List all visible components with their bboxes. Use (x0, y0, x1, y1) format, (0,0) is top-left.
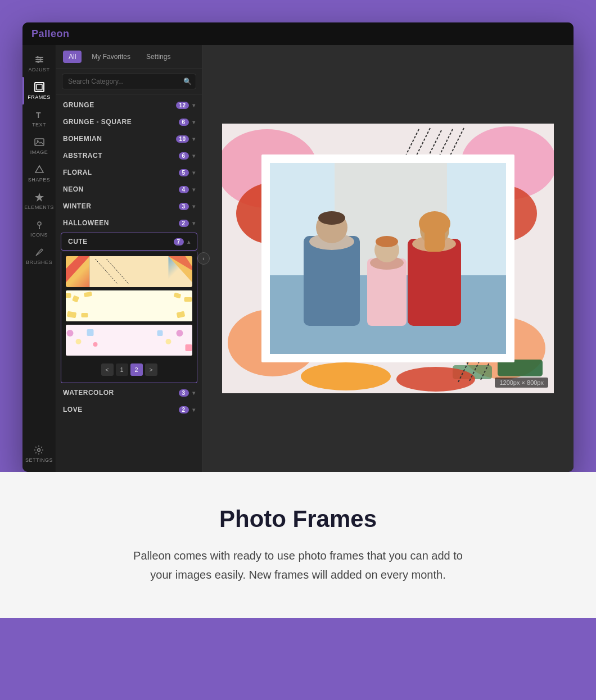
svg-point-4 (39, 58, 42, 61)
tab-settings[interactable]: Settings (141, 51, 176, 63)
sidebar-label-settings: SETTINGS (25, 457, 53, 463)
shapes-icon (34, 164, 45, 175)
adjust-icon (34, 54, 45, 65)
search-icon: 🔍 (183, 78, 192, 85)
brushes-icon (34, 247, 45, 258)
svg-point-14 (39, 228, 40, 229)
svg-marker-11 (35, 166, 43, 172)
app-body: ADJUST FRAMES T (22, 45, 574, 472)
sidebar-item-brushes[interactable]: BRUSHES (22, 242, 56, 270)
svg-rect-33 (66, 325, 192, 356)
category-count-winter: 3 (179, 203, 189, 210)
promo-description: Palleon comes with ready to use photo fr… (129, 546, 467, 584)
chevron-love: ▾ (192, 407, 196, 413)
category-floral[interactable]: FLORAL 5 ▾ (56, 164, 202, 181)
sidebar-label-image: IMAGE (30, 149, 48, 155)
category-grunge-square[interactable]: GRUNGE - SQUARE 6 ▾ (56, 113, 202, 130)
sidebar-item-settings[interactable]: SETTINGS (25, 440, 53, 467)
elements-icon (34, 192, 45, 203)
promo-title: Photo Frames (22, 506, 574, 533)
category-count-abstract: 6 (179, 152, 189, 160)
sidebar-item-frames[interactable]: FRAMES (22, 77, 56, 104)
category-neon[interactable]: NEON 4 ▾ (56, 181, 202, 198)
category-name-floral: FLORAL (63, 169, 92, 176)
cute-expanded-content: < 1 2 > (61, 252, 197, 383)
category-name-neon: NEON (63, 185, 84, 193)
svg-point-37 (93, 342, 98, 347)
category-name-watercolor: WATERCOLOR (63, 389, 114, 397)
category-abstract[interactable]: ABSTRACT 6 ▾ (56, 147, 202, 164)
svg-point-53 (396, 367, 475, 392)
sidebar-icons: ADJUST FRAMES T (22, 45, 56, 472)
pagination-prev[interactable]: < (101, 363, 114, 376)
text-icon: T (34, 109, 45, 120)
svg-rect-21 (90, 256, 169, 287)
category-grunge[interactable]: GRUNGE 12 ▾ (56, 97, 202, 113)
svg-point-39 (166, 339, 171, 344)
sidebar-item-icons[interactable]: IcOns (22, 215, 56, 242)
sidebar-label-frames: FRAMES (28, 94, 51, 100)
cute-pagination: < 1 2 > (66, 359, 192, 378)
frames-icon (34, 81, 45, 93)
cute-frame-preview-3[interactable] (66, 325, 192, 356)
chevron-abstract: ▾ (192, 153, 196, 159)
bottom-section: Photo Frames Palleon comes with ready to… (0, 472, 596, 618)
category-count-neon: 4 (179, 186, 189, 193)
svg-rect-29 (184, 297, 192, 302)
category-halloween[interactable]: HALLOWEEN 2 ▾ (56, 215, 202, 231)
category-name-halloween: HALLOWEEN (63, 219, 109, 227)
chevron-cute: ▴ (187, 239, 191, 245)
cute-frame-preview-2[interactable] (66, 290, 192, 321)
svg-point-3 (37, 56, 39, 58)
chevron-bohemian: ▾ (192, 136, 196, 142)
category-cute[interactable]: CUTE 7 ▴ (61, 233, 197, 251)
category-count-love: 2 (179, 406, 189, 413)
canvas-area: 1200px × 800px (202, 45, 574, 472)
panel-collapse-btn[interactable]: ‹ (197, 252, 210, 265)
chevron-winter: ▾ (192, 203, 196, 210)
sidebar-item-image[interactable]: IMAGE (22, 132, 56, 160)
svg-rect-31 (82, 313, 88, 317)
category-name-cute: CUTE (68, 238, 88, 246)
svg-point-76 (318, 211, 345, 225)
category-love[interactable]: LOVE 2 ▾ (56, 401, 202, 418)
canvas-status: 1200px × 800px (495, 378, 548, 388)
icons-icon (34, 219, 45, 230)
sidebar-item-adjust[interactable]: ADJUST (22, 49, 56, 77)
category-count-cute: 7 (174, 238, 184, 246)
sidebar-item-shapes[interactable]: SHAPES (22, 160, 56, 187)
pagination-page-2[interactable]: 2 (130, 363, 143, 376)
sidebar-item-text[interactable]: T TEXT (22, 104, 56, 132)
svg-marker-12 (35, 193, 44, 202)
category-name-abstract: ABSTRACT (63, 152, 102, 160)
tab-my-favorites[interactable]: My Favorites (86, 51, 136, 63)
svg-rect-38 (157, 330, 163, 336)
sidebar-label-brushes: BRUSHES (26, 260, 52, 265)
svg-point-52 (301, 362, 391, 390)
settings-icon (33, 444, 44, 456)
chevron-floral: ▾ (192, 170, 196, 176)
svg-rect-71 (408, 239, 461, 326)
chevron-halloween: ▾ (192, 220, 196, 226)
app-window: Palleon ADJU (22, 22, 574, 472)
svg-rect-9 (35, 139, 44, 146)
category-winter[interactable]: WINTER 3 ▾ (56, 198, 202, 215)
sidebar-item-elements[interactable]: ELEMENTS (22, 187, 56, 215)
svg-rect-36 (87, 329, 94, 336)
pagination-page-1[interactable]: 1 (116, 363, 128, 376)
category-watercolor[interactable]: WATERCOLOR 3 ▾ (56, 384, 202, 401)
cute-frame-preview-1[interactable] (66, 256, 192, 287)
pagination-next[interactable]: > (145, 363, 157, 376)
sidebar-label-text: TEXT (32, 122, 46, 128)
category-count-halloween: 2 (179, 220, 189, 227)
category-count-grunge: 12 (176, 102, 188, 109)
chevron-neon: ▾ (192, 187, 196, 193)
sidebar-label-shapes: SHAPES (28, 177, 51, 183)
tab-all[interactable]: All (63, 51, 82, 63)
outer-wrapper: Palleon ADJU (0, 0, 596, 472)
sidebar-label-adjust: ADJUST (28, 67, 49, 72)
category-name-grunge-square: GRUNGE - SQUARE (63, 118, 132, 126)
category-bohemian[interactable]: BOHEMIAN 10 ▾ (56, 130, 202, 147)
search-input[interactable] (62, 74, 196, 89)
sidebar-bottom: SETTINGS (25, 440, 53, 472)
